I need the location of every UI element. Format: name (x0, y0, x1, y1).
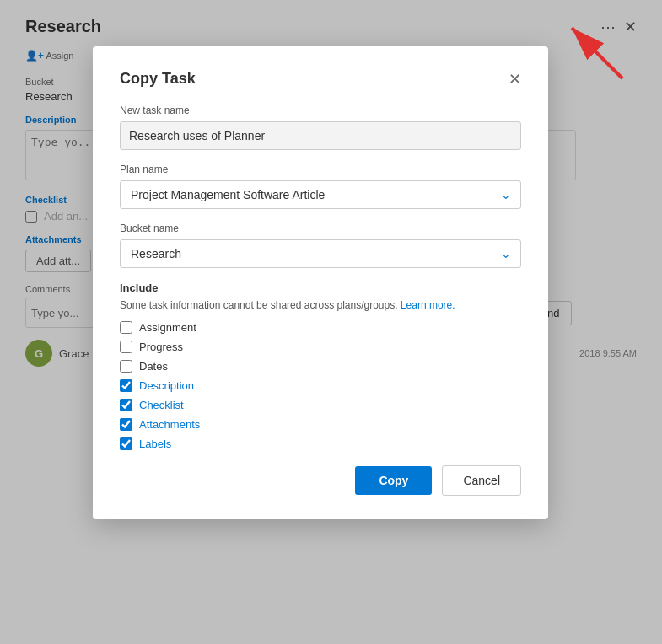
cb-progress-checkbox[interactable] (120, 341, 132, 353)
cb-checklist-label: Checklist (139, 399, 184, 411)
cb-dates-label: Dates (139, 360, 168, 373)
plan-name-field: Plan name Project Management Software Ar… (120, 164, 521, 209)
bucket-name-select[interactable]: Research (120, 239, 521, 268)
modal-header: Copy Task ✕ (120, 70, 521, 88)
new-task-name-label: New task name (120, 105, 521, 116)
modal-footer: Copy Cancel (120, 465, 521, 496)
cb-checklist-checkbox[interactable] (120, 399, 132, 411)
cb-attachments-label: Attachments (139, 418, 200, 431)
checkbox-row-cb-progress: Progress (120, 341, 521, 353)
checkbox-row-cb-attachments: Attachments (120, 418, 521, 431)
modal-close-button[interactable]: ✕ (509, 72, 521, 87)
checkbox-row-cb-checklist: Checklist (120, 399, 521, 411)
copy-task-modal: Copy Task ✕ New task name Plan name Proj… (93, 46, 548, 519)
checkbox-row-cb-labels: Labels (120, 437, 521, 450)
copy-button[interactable]: Copy (355, 466, 432, 495)
cb-assignment-checkbox[interactable] (120, 321, 132, 334)
modal-title: Copy Task (120, 70, 196, 88)
checkbox-row-cb-description: Description (120, 379, 521, 392)
include-note: Some task information cannot be shared a… (120, 299, 521, 311)
cb-dates-checkbox[interactable] (120, 360, 132, 373)
bucket-name-label: Bucket name (120, 223, 521, 234)
cb-description-checkbox[interactable] (120, 379, 132, 392)
cb-attachments-checkbox[interactable] (120, 418, 132, 431)
include-section: Include Some task information cannot be … (120, 282, 521, 450)
new-task-name-input[interactable] (120, 121, 521, 150)
bucket-name-field: Bucket name Research ⌄ (120, 223, 521, 268)
bucket-name-select-wrap: Research ⌄ (120, 239, 521, 268)
plan-name-select-wrap: Project Management Software Article ⌄ (120, 180, 521, 209)
cb-progress-label: Progress (139, 341, 183, 353)
cb-labels-checkbox[interactable] (120, 437, 132, 450)
cancel-button[interactable]: Cancel (442, 465, 521, 496)
cb-labels-label: Labels (139, 437, 171, 450)
learn-more-link[interactable]: Learn more. (401, 299, 455, 311)
checkbox-row-cb-dates: Dates (120, 360, 521, 373)
new-task-name-field: New task name (120, 105, 521, 164)
plan-name-select[interactable]: Project Management Software Article (120, 180, 521, 209)
cb-assignment-label: Assignment (139, 321, 196, 334)
include-title: Include (120, 282, 521, 294)
checkboxes-container: AssignmentProgressDatesDescriptionCheckl… (120, 321, 521, 450)
plan-name-label: Plan name (120, 164, 521, 175)
checkbox-row-cb-assignment: Assignment (120, 321, 521, 334)
cb-description-label: Description (139, 379, 194, 392)
